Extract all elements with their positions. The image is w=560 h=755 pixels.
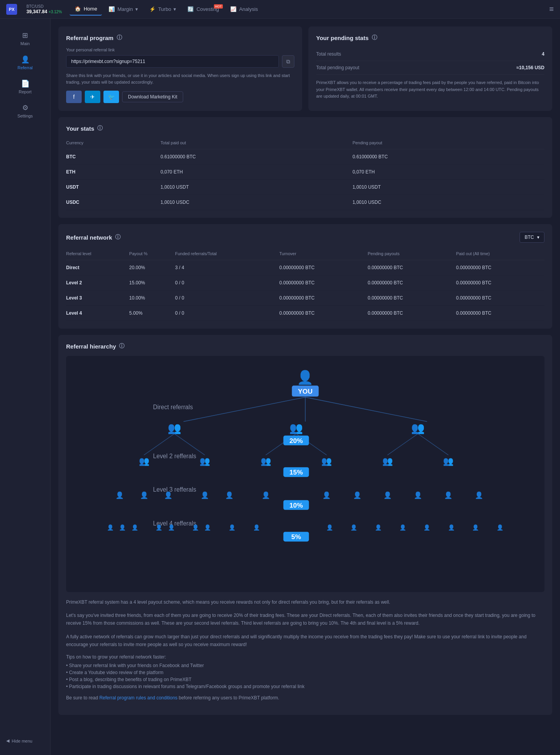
sidebar-item-report[interactable]: 📄 Report <box>0 75 50 99</box>
twitter-share-button[interactable]: 🐦 <box>103 91 119 103</box>
payout-cell: 20.00% <box>129 260 175 275</box>
total-results-value: 4 <box>542 51 544 57</box>
top-navigation: PX BTC/USD 39,347.84 +3.12% 🏠 Home 📊 Mar… <box>0 0 560 19</box>
referral-rules-link[interactable]: Referral program rules and conditions <box>99 695 177 701</box>
funded-cell: 0 / 0 <box>175 291 279 306</box>
nav-covesting[interactable]: 🔄 Covesting HOT <box>182 4 224 15</box>
referral-program-title: Referral program <box>66 35 114 41</box>
svg-text:👤: 👤 <box>497 524 504 531</box>
funded-cell: 3 / 4 <box>175 260 279 275</box>
nav-analysis[interactable]: 📈 Analysis <box>225 4 262 15</box>
main-icon: ⊞ <box>22 31 28 40</box>
tip-item: • Post a blog, describing the benefits o… <box>66 677 544 682</box>
sidebar-item-main[interactable]: ⊞ Main <box>0 26 50 51</box>
pending-stats-description: PrimeXBT allows you to receive a percent… <box>316 79 544 100</box>
referral-network-info-icon[interactable]: ⓘ <box>115 234 121 241</box>
pending-payouts-cell: 0.00000000 BTC <box>368 275 456 291</box>
svg-text:👥: 👥 <box>200 456 210 466</box>
funded-cell: 0 / 0 <box>175 306 279 321</box>
svg-line-18 <box>418 434 448 455</box>
level-cell: Level 4 <box>66 306 129 321</box>
telegram-share-button[interactable]: ✈ <box>85 91 100 103</box>
currency-cell: BTC <box>66 149 161 165</box>
pending-stats-info-icon[interactable]: ⓘ <box>372 34 377 41</box>
table-row: Level 2 15.00% 0 / 0 0.00000000 BTC 0.00… <box>66 275 544 291</box>
svg-line-3 <box>184 397 305 422</box>
total-paid-cell: 1,0010 USDC <box>161 195 353 210</box>
nav-home[interactable]: 🏠 Home <box>70 3 102 16</box>
col-pending-payouts: Pending payouts <box>368 249 456 260</box>
download-marketing-kit-button[interactable]: Download Marketing Kit <box>122 91 183 102</box>
currency-cell: ETH <box>66 165 161 180</box>
svg-text:👤: 👤 <box>326 524 333 531</box>
nav-margin[interactable]: 📊 Margin ▾ <box>103 4 143 15</box>
pending-cell: 1,0010 USDT <box>352 180 544 195</box>
svg-text:👤: 👤 <box>383 491 392 499</box>
your-stats-title: Your stats <box>66 125 94 132</box>
hierarchy-paragraph: Let's say you've invited three friends, … <box>66 611 544 627</box>
svg-line-17 <box>387 434 418 455</box>
price-change: +3.12% <box>49 10 62 14</box>
svg-text:👥: 👥 <box>168 421 182 434</box>
referral-link-input[interactable] <box>66 55 279 68</box>
tip-item: • Participate in trading discussions in … <box>66 684 544 689</box>
svg-text:👤: 👤 <box>297 370 314 385</box>
table-row: Level 4 5.00% 0 / 0 0.00000000 BTC 0.000… <box>66 306 544 321</box>
your-stats-info-icon[interactable]: ⓘ <box>97 125 103 132</box>
tip-item: • Share your referral link with your fri… <box>66 663 544 668</box>
payout-cell: 15.00% <box>129 275 175 291</box>
personal-link-label: Your personal referral link <box>66 47 294 52</box>
svg-text:👤: 👤 <box>424 524 430 531</box>
svg-text:👥: 👥 <box>382 456 393 466</box>
pending-cell: 1,0010 USDC <box>352 195 544 210</box>
home-icon: 🏠 <box>74 5 81 12</box>
chevron-down-icon: ▾ <box>173 6 176 12</box>
svg-text:👤: 👤 <box>322 491 331 499</box>
svg-text:👤: 👤 <box>131 524 138 531</box>
table-row: USDC 1,0010 USDC 1,0010 USDC <box>66 195 544 210</box>
pending-stats-title: Your pending stats <box>316 35 369 41</box>
logo-icon: PX <box>6 4 17 15</box>
col-paid-out: Paid out (All time) <box>456 249 544 260</box>
total-paid-cell: 1,0010 USDT <box>161 180 353 195</box>
svg-text:5%: 5% <box>291 533 301 541</box>
referral-network-title: Referral network <box>66 234 112 241</box>
svg-text:👤: 👤 <box>164 491 173 499</box>
total-payout-value: ≈10,156 USD <box>516 65 544 70</box>
pending-cell: 0,070 ETH <box>352 165 544 180</box>
svg-text:👤: 👤 <box>168 524 175 531</box>
turnover-cell: 0.00000000 BTC <box>279 291 368 306</box>
facebook-share-button[interactable]: f <box>66 91 82 103</box>
svg-text:👥: 👥 <box>139 456 150 466</box>
pending-payouts-cell: 0.00000000 BTC <box>368 291 456 306</box>
sidebar-item-settings[interactable]: ⚙ Settings <box>0 99 50 123</box>
svg-text:Direct referrals: Direct referrals <box>153 404 193 410</box>
your-stats-card: Your stats ⓘ Currency Total paid out Pen… <box>58 117 552 218</box>
margin-icon: 📊 <box>108 6 115 13</box>
menu-burger-icon[interactable]: ≡ <box>549 5 554 14</box>
copy-link-button[interactable]: ⧉ <box>282 55 294 68</box>
currency-selector[interactable]: BTC ▾ <box>520 232 544 243</box>
telegram-icon: ✈ <box>90 94 95 100</box>
total-paid-cell: 0.61000000 BTC <box>161 149 353 165</box>
chevron-left-icon: ◀ <box>6 738 9 743</box>
paid-out-cell: 0.00000000 BTC <box>456 260 544 275</box>
nav-turbo[interactable]: ⚡ Turbo ▾ <box>144 4 181 15</box>
total-payout-label: Total pending payout <box>316 65 359 70</box>
price-value: 39,347.84 <box>26 9 47 14</box>
svg-text:👥: 👥 <box>443 456 454 466</box>
logo[interactable]: PX <box>6 4 17 15</box>
tip-item: • Create a Youtube video review of the p… <box>66 670 544 675</box>
referral-hierarchy-info-icon[interactable]: ⓘ <box>119 343 124 350</box>
referral-program-info-icon[interactable]: ⓘ <box>117 34 122 41</box>
total-results-label: Total results <box>316 51 341 57</box>
turnover-cell: 0.00000000 BTC <box>279 260 368 275</box>
hide-menu-button[interactable]: ◀ Hide menu <box>0 734 50 747</box>
chevron-down-icon: ▾ <box>537 235 539 240</box>
col-payout: Payout % <box>129 249 175 260</box>
hierarchy-diagram: 👤 YOU Direct referrals 👥 👥 👥 20% <box>66 356 544 592</box>
sidebar-item-referral[interactable]: 👤 Referral <box>0 51 50 75</box>
svg-text:10%: 10% <box>289 501 303 509</box>
svg-line-14 <box>174 434 205 455</box>
svg-line-13 <box>144 434 174 455</box>
